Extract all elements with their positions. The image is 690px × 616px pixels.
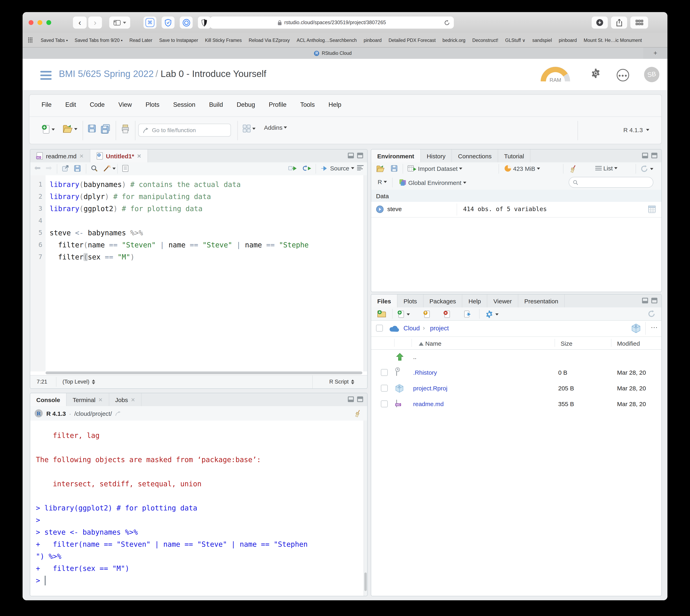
file-row-parent[interactable]: ..	[371, 349, 661, 365]
tab-help[interactable]: Help	[462, 294, 488, 307]
find-replace-icon[interactable]	[91, 165, 98, 172]
minimize-window-button[interactable]	[38, 20, 42, 25]
minimize-pane-icon[interactable]	[348, 153, 354, 158]
file-row[interactable]: R project.Rproj 205 B Mar 28, 20	[371, 381, 661, 396]
tab-presentation[interactable]: Presentation	[518, 294, 565, 307]
file-checkbox[interactable]	[381, 369, 388, 376]
new-tab-button[interactable]: +	[643, 47, 667, 59]
run-line-icon[interactable]	[288, 165, 297, 172]
select-all-checkbox[interactable]	[376, 325, 383, 332]
space-title-link[interactable]: BMI 5/625 Spring 2022	[59, 68, 154, 79]
maximize-pane-icon[interactable]	[357, 396, 363, 402]
new-folder-button[interactable]	[377, 310, 387, 318]
refresh-button[interactable]	[641, 165, 653, 173]
tab-history[interactable]: History	[421, 150, 452, 162]
menu-view[interactable]: View	[118, 101, 132, 108]
back-button[interactable]: ‹	[73, 17, 87, 29]
environment-scope-selector[interactable]: Global Environment	[398, 178, 466, 186]
menu-build[interactable]: Build	[209, 101, 223, 108]
language-selector[interactable]: R	[378, 178, 387, 185]
environment-object-row[interactable]: steve 414 obs. of 5 variables	[371, 202, 661, 218]
file-name-link[interactable]: project.Rproj	[413, 385, 447, 392]
source-button[interactable]: Source	[320, 165, 354, 172]
menu-edit[interactable]: Edit	[65, 101, 76, 108]
editor-vertical-scrollbar[interactable]	[364, 175, 367, 371]
menu-debug[interactable]: Debug	[237, 101, 255, 108]
breadcrumb-root-link[interactable]: Cloud	[404, 325, 420, 332]
close-icon[interactable]: ✕	[98, 397, 103, 403]
delete-file-button[interactable]	[443, 310, 451, 319]
console-output[interactable]: filter, lagThe following objects are mas…	[30, 421, 364, 596]
goto-file-function-search[interactable]: Go to file/function	[138, 124, 231, 137]
bookmark-item[interactable]: Mount St. He…ic Monument	[584, 38, 642, 43]
extension-1password-button[interactable]	[180, 17, 193, 29]
copy-move-button[interactable]	[463, 310, 471, 319]
tab-plots[interactable]: Plots	[397, 294, 424, 307]
forward-button[interactable]: ›	[88, 17, 102, 29]
maximize-pane-icon[interactable]	[651, 153, 657, 158]
avatar[interactable]: SB	[643, 66, 661, 83]
bookmark-item[interactable]: Saved Tabs from 9/20 ▪	[74, 38, 123, 43]
save-icon[interactable]	[74, 165, 81, 172]
zoom-window-button[interactable]	[46, 20, 51, 25]
open-file-button[interactable]	[63, 124, 78, 134]
r-version-selector[interactable]: R 4.1.3	[623, 127, 649, 133]
tab-files[interactable]: Files	[371, 294, 397, 307]
sort-name-header[interactable]: Name	[419, 340, 441, 347]
minimize-pane-icon[interactable]	[642, 153, 648, 158]
list-view-button[interactable]: List	[595, 165, 618, 172]
tab-console[interactable]: Console	[30, 393, 66, 406]
bookmark-item[interactable]: pinboard	[364, 38, 382, 43]
file-row[interactable]: .Rhistory 0 B Mar 28, 20	[371, 365, 661, 381]
sort-modified-header[interactable]: Modified	[617, 340, 640, 347]
file-type-selector[interactable]: R Script	[329, 379, 354, 385]
expand-object-icon[interactable]	[376, 205, 384, 213]
open-in-window-arrow-icon[interactable]	[115, 411, 122, 416]
bookmark-item[interactable]: Saved Tabs ▪	[41, 38, 68, 43]
code-editor[interactable]: library(babynames) # contains the actual…	[46, 175, 364, 371]
tab-viewer[interactable]: Viewer	[488, 294, 518, 307]
menu-code[interactable]: Code	[90, 101, 105, 108]
back-icon[interactable]: ⬅	[34, 163, 41, 172]
bookmark-item[interactable]: Read Later	[129, 38, 152, 43]
tab-environment[interactable]: Environment	[371, 150, 421, 162]
reload-icon[interactable]	[444, 20, 450, 26]
file-name-link[interactable]: .Rhistory	[413, 369, 437, 376]
editor-horizontal-scrollbar[interactable]	[46, 371, 362, 374]
tab-untitled1[interactable]: R Untitled1*✕	[90, 150, 148, 162]
file-checkbox[interactable]	[381, 400, 388, 407]
file-name[interactable]: ..	[413, 353, 416, 360]
file-row[interactable]: MD readme.md 355 B Mar 28, 20	[371, 396, 661, 412]
save-workspace-icon[interactable]	[391, 165, 398, 172]
clear-console-broom-icon[interactable]	[354, 409, 362, 417]
tab-overview-button[interactable]	[630, 17, 648, 29]
bookmark-folder-item[interactable]: GLStuff ∨	[505, 37, 525, 43]
maximize-pane-icon[interactable]	[651, 298, 657, 303]
close-window-button[interactable]	[29, 20, 34, 25]
menu-session[interactable]: Session	[173, 101, 195, 108]
tab-connections[interactable]: Connections	[452, 150, 498, 162]
environment-search-input[interactable]	[569, 177, 653, 188]
import-dataset-button[interactable]: Import Dataset	[408, 165, 462, 172]
sort-size-header[interactable]: Size	[561, 340, 572, 347]
memory-usage-button[interactable]: 423 MiB	[504, 165, 540, 172]
sidebar-button[interactable]	[109, 17, 130, 29]
close-icon[interactable]: ✕	[137, 153, 142, 159]
bookmarks-grid-icon[interactable]	[28, 38, 34, 43]
downloads-button[interactable]	[592, 17, 608, 29]
menu-plots[interactable]: Plots	[146, 101, 159, 108]
new-file-button[interactable]	[42, 124, 55, 135]
tab-packages[interactable]: Packages	[424, 294, 462, 307]
bookmark-item[interactable]: Detailed PDX Forecast	[389, 38, 436, 43]
load-workspace-icon[interactable]	[376, 165, 385, 173]
bookmark-item[interactable]: pinboard	[559, 38, 577, 43]
rerun-icon[interactable]	[303, 165, 312, 172]
share-button[interactable]	[611, 17, 627, 29]
upload-button[interactable]	[423, 310, 431, 319]
document-outline-icon[interactable]	[357, 165, 364, 171]
code-tools-wand-icon[interactable]	[103, 165, 116, 172]
gear-icon[interactable]	[590, 68, 601, 79]
refresh-files-button[interactable]	[648, 310, 656, 318]
clear-objects-broom-icon[interactable]	[569, 165, 578, 173]
bookmark-item[interactable]: Kill Sticky Frames	[205, 38, 242, 43]
